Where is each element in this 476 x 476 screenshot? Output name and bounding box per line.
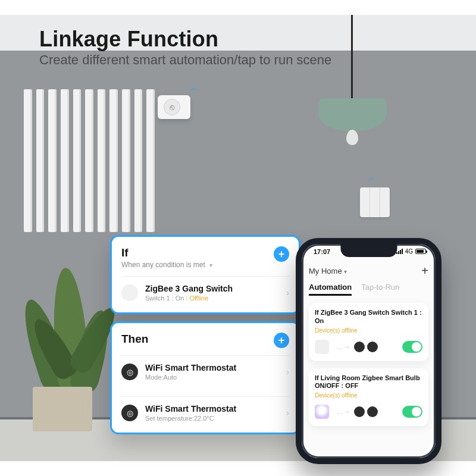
add-action-button[interactable]: + bbox=[274, 333, 289, 348]
then-card: Then + ◎ WiFi Smart Thermostat Mode:Auto… bbox=[110, 321, 300, 434]
condition-title: ZigBee 3 Gang Switch bbox=[145, 284, 286, 293]
tab-automation[interactable]: Automation bbox=[309, 283, 352, 296]
automation-card-status: Device(s) offline bbox=[315, 327, 422, 334]
automation-card-status: Device(s) offline bbox=[315, 392, 422, 399]
automation-toggle[interactable] bbox=[402, 341, 422, 353]
action-subtitle: Set temperature:22.0°C bbox=[145, 415, 286, 422]
wifi-signal-icon: ⏜ bbox=[189, 88, 198, 99]
lamp-cord bbox=[351, 15, 353, 101]
thermostat-device-icon bbox=[367, 406, 378, 417]
valve-knob-icon: ⎋ bbox=[164, 99, 180, 115]
letterbox-top bbox=[0, 0, 476, 15]
chevron-right-icon: › bbox=[286, 367, 289, 377]
action-title: WiFi Smart Thermostat bbox=[145, 404, 286, 414]
action-row[interactable]: ◎ WiFi Smart Thermostat Mode:Auto › bbox=[121, 355, 289, 389]
condition-subtitle: Switch 1 : On | Offline bbox=[145, 295, 286, 302]
automation-card-title: If Living Room Zigbee Smart Bulb ON/OFF … bbox=[315, 374, 422, 391]
battery-icon bbox=[415, 249, 426, 254]
automation-tabs: Automation Tap-to-Run bbox=[309, 283, 428, 296]
automation-card-title: If ZigBee 3 Gang Switch Switch 1 : On bbox=[315, 309, 422, 325]
switch-device-icon bbox=[315, 340, 329, 354]
radiator bbox=[24, 89, 155, 232]
home-label: My Home bbox=[309, 267, 342, 275]
arrow-right-icon: …→ bbox=[336, 343, 350, 351]
condition-row[interactable]: ZigBee 3 Gang Switch Switch 1 : On | Off… bbox=[121, 276, 289, 310]
thermostat-device-icon bbox=[367, 342, 378, 352]
phone-notch bbox=[340, 244, 397, 257]
plant-decoration bbox=[18, 238, 125, 393]
wall-switch-device bbox=[360, 187, 390, 217]
automation-callout: If When any condition is met ▾ + ZigBee … bbox=[110, 235, 300, 441]
action-title: WiFi Smart Thermostat bbox=[145, 363, 286, 372]
thermostat-device-icon bbox=[354, 406, 365, 417]
thermostat-device-icon bbox=[354, 342, 365, 352]
automation-card[interactable]: If ZigBee 3 Gang Switch Switch 1 : On De… bbox=[309, 303, 428, 361]
automation-card[interactable]: If Living Room Zigbee Smart Bulb ON/OFF … bbox=[309, 368, 428, 427]
thermostat-valve-device: ⎋ bbox=[158, 95, 190, 119]
phone-mockup: 17:07 4G My Home ▾ + Automation Tap-to-R… bbox=[296, 238, 441, 464]
wifi-signal-icon: ⏜ bbox=[368, 177, 375, 187]
statusbar-time: 17:07 bbox=[314, 248, 330, 255]
if-subtitle[interactable]: When any condition is met ▾ bbox=[121, 261, 212, 269]
if-card: If When any condition is met ▾ + ZigBee … bbox=[110, 235, 300, 314]
chevron-down-icon: ▾ bbox=[209, 262, 212, 268]
signal-bars-icon bbox=[396, 249, 403, 254]
home-selector[interactable]: My Home ▾ bbox=[309, 267, 347, 275]
then-title: Then bbox=[121, 333, 148, 346]
chevron-right-icon: › bbox=[286, 408, 289, 418]
network-label: 4G bbox=[405, 248, 413, 255]
headline: Linkage Function bbox=[39, 27, 218, 52]
arrow-right-icon: …→ bbox=[336, 408, 350, 416]
chevron-right-icon: › bbox=[286, 288, 289, 298]
chevron-down-icon: ▾ bbox=[344, 268, 347, 275]
thermostat-device-icon: ◎ bbox=[121, 405, 138, 421]
switch-device-icon bbox=[121, 284, 138, 301]
lamp-bulb bbox=[346, 130, 358, 145]
thermostat-device-icon: ◎ bbox=[121, 364, 138, 380]
marketing-scene: Linkage Function Create different smart … bbox=[0, 0, 476, 476]
tab-tap-to-run[interactable]: Tap-to-Run bbox=[361, 283, 399, 296]
lamp-shade bbox=[318, 98, 387, 131]
if-subtitle-text: When any condition is met bbox=[121, 261, 205, 269]
add-condition-button[interactable]: + bbox=[274, 246, 289, 262]
action-subtitle: Mode:Auto bbox=[145, 374, 286, 381]
bulb-device-icon bbox=[315, 405, 329, 419]
plant-pot bbox=[33, 387, 92, 431]
subheadline: Create different smart automation/tap to… bbox=[39, 52, 331, 68]
action-row[interactable]: ◎ WiFi Smart Thermostat Set temperature:… bbox=[121, 396, 289, 430]
add-button[interactable]: + bbox=[421, 264, 428, 278]
if-title: If bbox=[121, 246, 212, 259]
automation-toggle[interactable] bbox=[402, 406, 422, 418]
